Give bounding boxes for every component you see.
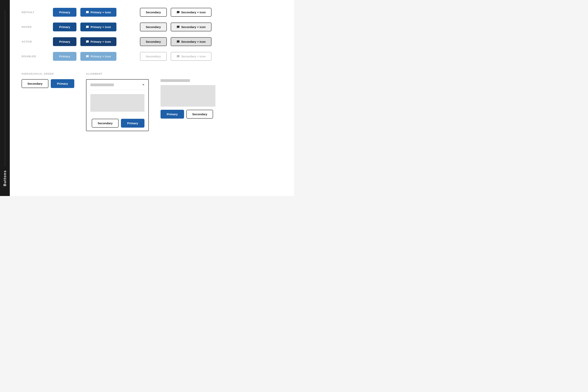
states-section: DEFAULT Primary Primary + icon Secondary… — [22, 8, 282, 61]
secondary-icon-hover-label: Secondary + icon — [181, 25, 206, 28]
main-content: DEFAULT Primary Primary + icon Secondary… — [10, 0, 294, 196]
right-demo-content-placeholder — [160, 85, 216, 106]
chat-icon-secondary-disabled — [176, 55, 180, 58]
chat-icon-primary-active — [86, 40, 89, 43]
state-label-disabled: DISABLED — [22, 55, 53, 58]
state-row-disabled: DISABLED Primary Primary + icon Secondar… — [22, 52, 282, 61]
chat-icon-primary-hover — [86, 26, 89, 28]
primary-default[interactable]: Primary — [53, 8, 76, 17]
modal-header: × — [86, 80, 148, 90]
secondary-icon-active-label: Secondary + icon — [181, 40, 206, 43]
modal-footer: Secondary Primary — [86, 116, 148, 131]
modal-primary-btn[interactable]: Primary — [121, 119, 144, 128]
primary-active[interactable]: Primary — [53, 37, 76, 46]
sidebar-label: Buttons — [3, 170, 7, 186]
modal-secondary-label: Secondary — [98, 122, 113, 125]
secondary-icon-disabled-label: Secondary + icon — [181, 55, 206, 58]
primary-disabled-label: Primary — [59, 55, 70, 58]
primary-icon-hover-label: Primary + icon — [90, 25, 111, 28]
secondary-default-label: Secondary — [146, 10, 161, 14]
modal-secondary-btn[interactable]: Secondary — [92, 119, 118, 128]
primary-icon-default-label: Primary + icon — [90, 10, 111, 14]
hierarchical-primary-btn[interactable]: Primary — [51, 79, 74, 88]
alignment-title: ALIGNMENT — [86, 72, 216, 75]
active-btn-group: Primary Primary + icon Secondary Seconda… — [53, 37, 282, 46]
primary-icon-hover[interactable]: Primary + icon — [80, 22, 116, 31]
hover-btn-group: Primary Primary + icon Secondary Seconda… — [53, 22, 282, 31]
secondary-icon-default-label: Secondary + icon — [181, 10, 206, 14]
modal-close-button[interactable]: × — [142, 83, 144, 87]
chat-icon-primary-disabled — [86, 55, 89, 58]
secondary-disabled-label: Secondary — [146, 55, 161, 58]
secondary-active-label: Secondary — [146, 40, 161, 43]
modal-body — [86, 90, 148, 116]
primary-hover[interactable]: Primary — [53, 22, 76, 31]
primary-active-label: Primary — [59, 40, 70, 43]
sidebar: Buttons — [0, 0, 10, 196]
hierarchical-secondary-btn[interactable]: Secondary — [22, 79, 48, 88]
modal-content-placeholder — [90, 94, 144, 112]
state-label-active: ACTIVE — [22, 40, 53, 43]
state-row-active: ACTIVE Primary Primary + icon Secondary … — [22, 37, 282, 46]
alignment-demos: × Secondary Primary — [86, 79, 216, 131]
secondary-icon-default[interactable]: Secondary + icon — [171, 8, 212, 17]
secondary-hover-label: Secondary — [146, 25, 161, 28]
modal-primary-label: Primary — [127, 122, 138, 125]
default-btn-group: Primary Primary + icon Secondary Seconda… — [53, 8, 282, 17]
secondary-default[interactable]: Secondary — [140, 8, 167, 17]
hierarchical-buttons: Secondary Primary — [22, 79, 74, 88]
secondary-hover[interactable]: Secondary — [140, 22, 167, 31]
alignment-section: ALIGNMENT × Secondary — [86, 72, 216, 131]
modal-title-placeholder — [90, 84, 114, 86]
hierarchical-primary-label: Primary — [57, 82, 68, 85]
right-demo-title-placeholder — [160, 79, 190, 82]
right-primary-btn[interactable]: Primary — [160, 110, 184, 118]
state-row-hover: HOVER Primary Primary + icon Secondary S… — [22, 22, 282, 31]
hierarchical-section: HIERARCHICAL ORDER Secondary Primary — [22, 72, 74, 131]
disabled-btn-group: Primary Primary + icon Secondary Seconda… — [53, 52, 282, 61]
chat-icon-secondary-hover — [176, 26, 180, 28]
primary-icon-active-label: Primary + icon — [90, 40, 111, 43]
primary-icon-default[interactable]: Primary + icon — [80, 8, 116, 17]
secondary-disabled: Secondary — [140, 52, 167, 61]
primary-disabled: Primary — [53, 52, 76, 61]
right-secondary-btn[interactable]: Secondary — [186, 110, 213, 118]
chat-icon-primary-default — [86, 11, 89, 14]
right-demo-buttons: Primary Secondary — [160, 110, 216, 118]
secondary-icon-active[interactable]: Secondary + icon — [171, 37, 212, 46]
state-label-hover: HOVER — [22, 26, 53, 28]
secondary-active[interactable]: Secondary — [140, 37, 167, 46]
state-row-default: DEFAULT Primary Primary + icon Secondary… — [22, 8, 282, 17]
secondary-icon-disabled: Secondary + icon — [171, 52, 212, 61]
bottom-section: HIERARCHICAL ORDER Secondary Primary ALI… — [22, 72, 282, 131]
state-label-default: DEFAULT — [22, 11, 53, 14]
hierarchical-secondary-label: Secondary — [28, 82, 42, 85]
right-secondary-label: Secondary — [192, 112, 207, 116]
primary-hover-label: Primary — [59, 25, 70, 28]
secondary-icon-hover[interactable]: Secondary + icon — [171, 22, 212, 31]
right-aligned-demo: Primary Secondary — [160, 79, 216, 118]
chat-icon-secondary-default — [176, 11, 180, 14]
primary-icon-disabled: Primary + icon — [80, 52, 116, 61]
right-primary-label: Primary — [167, 112, 178, 116]
hierarchical-title: HIERARCHICAL ORDER — [22, 72, 74, 75]
modal-demo: × Secondary Primary — [86, 79, 149, 131]
primary-default-label: Primary — [59, 10, 70, 14]
primary-icon-disabled-label: Primary + icon — [90, 55, 111, 58]
chat-icon-secondary-active — [176, 40, 180, 43]
primary-icon-active[interactable]: Primary + icon — [80, 37, 116, 46]
